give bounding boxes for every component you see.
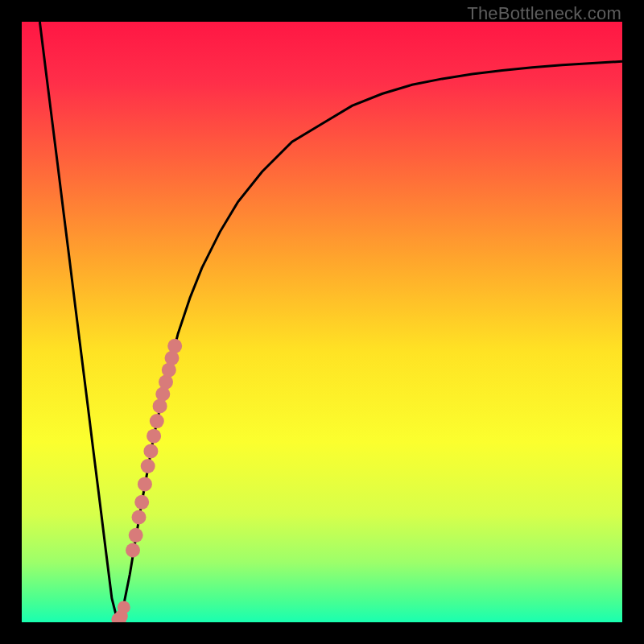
marker-dot (141, 459, 155, 473)
marker-dot (165, 351, 180, 365)
marker-dot (129, 528, 143, 543)
marker-dot (138, 477, 152, 491)
marker-dot (126, 543, 140, 558)
marker-dot (150, 414, 164, 428)
bottleneck-chart (22, 22, 622, 622)
marker-dot (118, 601, 130, 613)
marker-dot (143, 444, 158, 458)
marker-dot (132, 510, 147, 525)
plot-frame (22, 22, 622, 622)
marker-dot (147, 429, 161, 444)
gradient-background (22, 22, 622, 622)
marker-dot (167, 339, 182, 353)
marker-dot (134, 495, 149, 510)
watermark-text: TheBottleneck.com (467, 3, 621, 24)
